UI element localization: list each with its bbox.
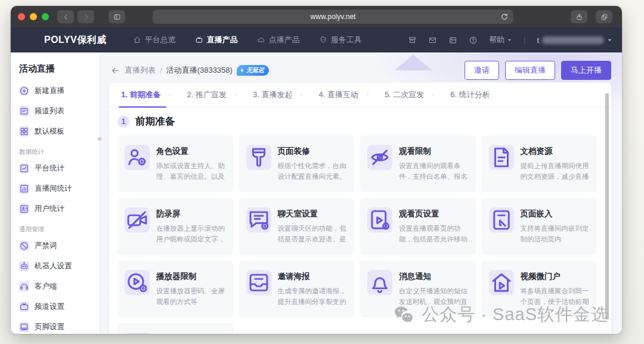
nav-item-3[interactable]: 服务工具 xyxy=(319,35,362,45)
feature-card-8[interactable]: 播放器限制设置播放器密码、全屏观看的方式等 xyxy=(117,261,233,317)
card-description: 设置聊天区的功能，包括是否显示欢迎语、是否支持... xyxy=(278,224,348,245)
feature-card-6[interactable]: 观看页设置设置直播观看页的功能，包括是否允许移动端观看等 xyxy=(360,198,476,255)
start-live-button[interactable]: 马上开播 xyxy=(561,61,611,80)
tv-icon xyxy=(19,302,29,312)
archive-icon[interactable] xyxy=(408,36,417,45)
feature-card-2[interactable]: 观看限制设置直播间的观看条件，支持白名单、报名观看、验... xyxy=(360,135,476,192)
card-title: 页面嵌入 xyxy=(521,209,590,219)
sidebar-item-12[interactable]: 页脚设置 xyxy=(11,317,100,334)
main-area: 直播列表 / 活动直播(3833358) 无延迟 邀请编辑直播马上开播 1. 前… xyxy=(100,52,622,334)
card-title: 防录屏 xyxy=(156,209,226,219)
feature-card-1[interactable]: 页面装修根据个性化需求，自由设计配置直播间元素。支持自... xyxy=(239,135,355,192)
card-description: 提前上传直播期间使用的文档资源，减少直播中的失... xyxy=(521,161,590,182)
invite-button[interactable]: 邀请 xyxy=(465,61,499,80)
tabs: 1. 前期准备2. 推广宣发3. 直播发起4. 直播互动5. 二次宣发6. 统计… xyxy=(109,82,611,107)
caret-down-icon xyxy=(507,38,512,43)
nav-right-icons xyxy=(408,36,478,45)
panel-icon[interactable] xyxy=(448,36,457,45)
card-description: 设置直播观看页的功能，包括是否允许移动端观看等 xyxy=(399,224,469,245)
sidebar-item-0[interactable]: 新建直播 xyxy=(11,80,100,101)
browser-window: www.polyv.net POLYV保利威 平台总览直播产品点播产品服务工具 … xyxy=(11,6,622,334)
plus-circle-icon xyxy=(19,86,29,96)
cloud-icon xyxy=(257,36,265,44)
nav-item-0[interactable]: 平台总览 xyxy=(133,35,176,45)
help-circle-icon[interactable] xyxy=(469,36,478,45)
eye-off-icon xyxy=(367,145,392,170)
tab-1[interactable]: 2. 推广宣发 xyxy=(185,82,238,108)
person-gear-icon xyxy=(125,145,150,170)
sidebar-toggle-button[interactable] xyxy=(109,10,125,23)
tabs-overview-button[interactable] xyxy=(596,10,612,23)
feature-card-12[interactable]: 公众号适用于直播间引流至公众号或客服，沉淀用户至私域... xyxy=(117,323,233,334)
back-arrow-icon[interactable] xyxy=(111,66,120,75)
sidebar-item-6[interactable]: 用户统计 xyxy=(11,199,100,219)
card-title: 聊天室设置 xyxy=(278,209,348,219)
card-title: 播放器限制 xyxy=(156,271,226,282)
nav-item-2[interactable]: 点播产品 xyxy=(257,35,300,45)
tab-2[interactable]: 3. 直播发起 xyxy=(252,82,304,108)
sidebar-item-4[interactable]: 平台统计 xyxy=(11,158,100,178)
section-number-badge: 1 xyxy=(117,116,129,128)
sidebar-icon xyxy=(113,13,121,21)
sidebar-item-11[interactable]: 频道设置 xyxy=(11,296,100,317)
watermark: 公众号 · SaaS软件金选 xyxy=(392,303,609,327)
chevron-right-icon xyxy=(82,13,90,21)
sidebar-item-10[interactable]: 客户端 xyxy=(11,276,100,296)
feature-card-7[interactable]: 页面嵌入支持将直播间内嵌到定制的活动页内 xyxy=(482,198,597,255)
no-delay-badge: 无延迟 xyxy=(237,65,269,76)
card-title: 页面装修 xyxy=(278,146,348,157)
watermark-text: 公众号 · SaaS软件金选 xyxy=(422,303,609,327)
feature-card-0[interactable]: 角色设置添加或设置主持人、助理、嘉宾的信息。以及新增助... xyxy=(117,135,233,192)
sidebar-section-label: 数据统计 xyxy=(11,141,100,158)
feature-card-5[interactable]: 聊天室设置设置聊天区的功能，包括是否显示欢迎语、是否支持... xyxy=(239,198,355,255)
sidebar-item-1[interactable]: 频道列表 xyxy=(11,101,100,121)
tab-0[interactable]: 1. 前期准备 xyxy=(120,82,172,108)
breadcrumb-separator: / xyxy=(160,66,162,75)
headset-icon xyxy=(19,281,29,292)
share-button[interactable] xyxy=(571,10,587,23)
sidebar-item-2[interactable]: 默认模板 xyxy=(11,121,100,141)
minimize-window-button[interactable] xyxy=(30,13,37,20)
sidebar-item-5[interactable]: 直播间统计 xyxy=(11,178,100,199)
card-description: 生成专属的邀请海报，提升直播间分享裂变的效果 xyxy=(278,286,348,308)
sidebar-items: 新建直播频道列表默认模板数据统计平台统计直播间统计用户统计通用管理严禁词机器人设… xyxy=(11,80,100,334)
nav-menu: 平台总览直播产品点播产品服务工具 xyxy=(133,35,362,45)
tab-4[interactable]: 5. 二次宣发 xyxy=(383,82,436,108)
chevron-right-icon xyxy=(233,92,239,98)
forbid-icon xyxy=(19,241,29,251)
help-menu[interactable]: 帮助 xyxy=(489,35,512,45)
zoom-window-button[interactable] xyxy=(42,13,49,20)
tab-5[interactable]: 6. 统计分析 xyxy=(449,82,491,108)
scrollbar[interactable] xyxy=(605,93,609,320)
sidebar-item-9[interactable]: 机器人设置 xyxy=(11,256,100,276)
url-bar[interactable]: www.polyv.net xyxy=(153,10,513,24)
reload-icon[interactable] xyxy=(500,12,509,21)
poster-icon xyxy=(246,270,271,295)
tabs-icon xyxy=(600,13,608,21)
footer-icon xyxy=(19,322,29,332)
user-menu[interactable]: t xyxy=(537,36,612,45)
divider: | xyxy=(524,36,525,44)
page-embed-icon xyxy=(489,207,514,233)
card-title: 文档资源 xyxy=(521,146,590,157)
sidebar-item-8[interactable]: 严禁词 xyxy=(11,235,100,256)
doc-icon xyxy=(489,145,514,170)
sidebar-collapse-handle[interactable] xyxy=(98,137,101,141)
nav-item-1[interactable]: 直播产品 xyxy=(195,35,238,45)
feature-card-9[interactable]: 邀请海报生成专属的邀请海报，提升直播间分享裂变的效果 xyxy=(239,261,355,317)
redacted-username xyxy=(542,36,604,44)
back-button[interactable] xyxy=(57,10,74,23)
close-window-button[interactable] xyxy=(18,13,25,20)
polyv-logo[interactable]: POLYV保利威 xyxy=(44,34,107,47)
chevron-left-icon xyxy=(62,13,70,21)
card-description: 设置播放器密码、全屏观看的方式等 xyxy=(156,286,226,308)
feature-card-3[interactable]: 文档资源提前上传直播期间使用的文档资源，减少直播中的失... xyxy=(482,135,597,192)
forward-button[interactable] xyxy=(78,10,94,23)
feature-card-4[interactable]: 防录屏在播放器上显示滚动的用户昵称或固定文字，达到防... xyxy=(117,198,233,255)
tab-3[interactable]: 4. 直播互动 xyxy=(317,82,370,108)
breadcrumb-parent[interactable]: 直播列表 xyxy=(125,65,156,76)
chart-bar-icon xyxy=(19,184,29,194)
mail-icon[interactable] xyxy=(428,36,437,45)
content-card: 1. 前期准备2. 推广宣发3. 直播发起4. 直播互动5. 二次宣发6. 统计… xyxy=(109,82,611,334)
edit-live-button[interactable]: 编辑直播 xyxy=(505,61,555,80)
